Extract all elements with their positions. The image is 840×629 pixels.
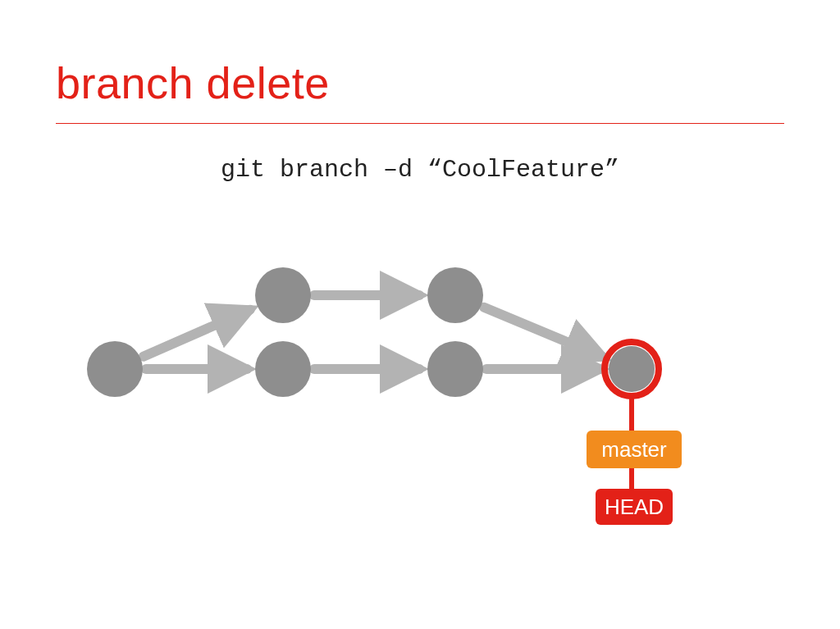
git-command: git branch –d “CoolFeature”	[0, 156, 840, 184]
branch-label-master: master	[587, 431, 682, 468]
commit-node-head	[609, 346, 655, 392]
commit-node	[427, 341, 483, 397]
slide-title: branch delete	[56, 57, 330, 108]
commit-edge	[484, 308, 603, 358]
commit-node	[255, 267, 311, 323]
commit-graph-svg	[0, 246, 840, 590]
title-underline	[56, 123, 784, 124]
commit-node	[255, 341, 311, 397]
commit-node	[87, 341, 143, 397]
commit-edge	[144, 310, 250, 357]
slide: branch delete git branch –d “CoolFeature…	[0, 0, 840, 629]
commit-graph: master HEAD	[0, 246, 840, 590]
commit-node	[427, 267, 483, 323]
ref-label-head: HEAD	[596, 489, 673, 525]
